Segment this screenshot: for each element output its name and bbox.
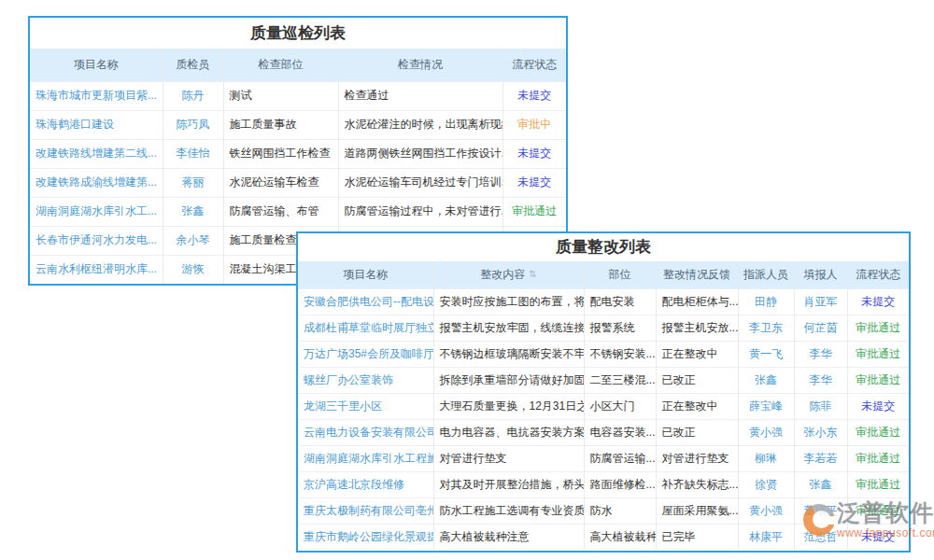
project-name-link: 改建铁路线增建第二线... [30,139,163,168]
inspection-part: 防腐管运输、布管 [223,197,338,226]
watermark-url: www.fanpusoft.com [837,526,934,539]
project-name-link-text[interactable]: 长春市伊通河水力发电... [35,233,157,246]
inspector-name-text[interactable]: 陈丹 [182,89,205,102]
inspection-table-header: 项目名称质检员检查部位检查情况流程状态 [30,49,566,81]
col-project-name: 项目名称 [298,261,433,288]
reporter-name-text[interactable]: 李华 [810,373,832,386]
rectify-content: 对其及时开展整治措施，桥头... [433,471,584,497]
inspector-name-text[interactable]: 游恢 [182,262,205,275]
table-row: 珠海市城市更新项目紫...陈丹测试检查通过未提交 [30,81,566,110]
column-header-label: 部位 [609,268,631,281]
workflow-status-text: 审批通过 [856,452,900,465]
workflow-status: 未提交 [502,81,566,110]
project-name-link-text[interactable]: 龙湖三千里小区 [304,399,382,413]
assignee-name-text[interactable]: 张鑫 [755,373,777,386]
sort-icon[interactable]: ⇅ [529,269,536,279]
assignee-name-text[interactable]: 黄小强 [749,504,783,517]
workflow-status: 审批通过 [847,315,909,341]
rectify-part-text: 二至三楼混... [590,373,656,386]
inspection-detail-text: 水泥砼运输车司机经过专门培训... [345,175,503,189]
workflow-status-text: 审批通过 [856,373,900,386]
project-name-link-text[interactable]: 珠海鹤港口建设 [35,118,114,131]
reporter-name: 李若若 [794,445,847,471]
inspector-name-text[interactable]: 蒋丽 [182,175,205,189]
reporter-name-text[interactable]: 肖亚军 [804,295,838,308]
project-name-link-text[interactable]: 成都杜甫草堂临时展厅独立展... [304,321,433,334]
rectify-part-text: 防水 [590,504,613,517]
inspector-name-text[interactable]: 李佳怡 [177,147,210,160]
assignee-name-text[interactable]: 薛宝峰 [749,399,783,413]
rectify-part-text: 电容器安装... [590,426,656,439]
project-name-link-text[interactable]: 重庆市鹅岭公园绿化景观提升... [304,530,433,543]
rectify-content: 大理石质量更换，12月31日之... [433,393,584,419]
inspection-detail: 道路两侧铁丝网围挡工作按设计... [338,139,502,168]
project-name-link-text[interactable]: 螺丝厂办公室装饰 [304,373,393,386]
reporter-name-text[interactable]: 何芷茵 [804,321,838,334]
assignee-name-text[interactable]: 徐贤 [755,478,777,491]
rectify-content: 高大植被栽种注意 [433,524,584,550]
assignee-name: 张鑫 [738,367,794,393]
rectify-content-text: 电力电容器、电抗器安装方案,... [440,426,585,439]
reporter-name: 肖亚军 [794,288,847,315]
reporter-name-text[interactable]: 陈菲 [810,399,832,413]
assignee-name-text[interactable]: 田静 [755,295,777,308]
inspector-name-text[interactable]: 陈巧凤 [177,118,210,131]
project-name-link-text[interactable]: 重庆太极制药有限公司亳州中... [304,504,433,517]
rectify-feedback-text: 对管进行垫支 [662,452,729,465]
rectify-content-text: 不锈钢边框玻璃隔断安装不牢... [440,347,585,360]
project-name-link-text[interactable]: 湖南洞庭湖水库引水工程施工标 [304,452,433,465]
project-name-link: 云南水利枢纽潜明水库... [30,255,163,284]
rectify-content: 不锈钢边框玻璃隔断安装不牢... [433,341,584,367]
assignee-name-text[interactable]: 李卫东 [749,321,783,334]
rectify-part: 高大植被栽种 [584,524,656,550]
rectify-part-text: 报警系统 [590,321,635,334]
project-name-link: 重庆市鹅岭公园绿化景观提升... [298,524,433,550]
inspection-detail: 水泥砼运输车司机经过专门培训... [338,168,502,197]
project-name-link-text[interactable]: 云南水利枢纽潜明水库... [35,262,157,275]
fanpu-logo-icon [803,504,835,536]
table-row: 龙湖三千里小区大理石质量更换，12月31日之...小区大门正在整改中薛宝峰陈菲未… [298,393,909,419]
assignee-name-text[interactable]: 柳琳 [755,452,777,465]
rectify-content: 防水工程施工选调有专业资质... [433,497,584,524]
workflow-status-text: 未提交 [861,399,895,413]
reporter-name-text[interactable]: 李若若 [804,452,838,465]
inspector-name-text[interactable]: 余小琴 [177,233,210,246]
column-header-label: 整改内容 [480,268,525,281]
workflow-status-text: 未提交 [861,295,895,308]
project-name-link: 京沪高速北京段维修 [298,471,433,497]
reporter-name-text[interactable]: 李华 [810,347,832,360]
inspection-table-title: 质量巡检列表 [30,18,566,49]
table-row: 湖南洞庭湖水库引水工程施工标对管进行垫支防腐管运输...对管进行垫支柳琳李若若审… [298,445,909,471]
project-name-link: 珠海市城市更新项目紫... [30,81,163,110]
column-header-label: 流程状态 [856,268,900,281]
table-row: 安徽合肥供电公司--配电设备...安装时应按施工图的布置，将...配电安装配电柜… [298,288,909,315]
project-name-link-text[interactable]: 云南电力设备安装有限公司20... [304,426,433,439]
col-rectify-content[interactable]: 整改内容⇅ [433,261,584,288]
reporter-name-text[interactable]: 张鑫 [810,478,832,491]
table-row: 京沪高速北京段维修对其及时开展整治措施，桥头...路面维修检...补齐缺失标志.… [298,471,909,497]
workflow-status-text: 审批通过 [512,204,557,217]
reporter-name-text[interactable]: 张小东 [804,426,838,439]
column-header-label: 质检员 [177,58,210,71]
col-inspector: 质检员 [163,49,223,81]
rectify-table-title: 质量整改列表 [298,233,909,261]
rectify-part: 小区大门 [584,393,656,419]
assignee-name-text[interactable]: 黄小强 [749,426,783,439]
project-name-link-text[interactable]: 改建铁路成渝线增建第... [35,175,157,189]
rectify-content: 安装时应按施工图的布置，将... [433,288,584,315]
rectify-feedback-text: 补齐缺失标志... [662,478,739,491]
project-name-link-text[interactable]: 珠海市城市更新项目紫... [35,89,157,102]
assignee-name-text[interactable]: 黄一飞 [749,347,783,360]
assignee-name: 田静 [738,288,794,315]
rectify-content-text: 安装时应按施工图的布置，将... [440,295,585,308]
project-name-link-text[interactable]: 湖南洞庭湖水库引水工... [35,204,157,217]
rectify-content: 拆除到承重墙部分请做好加固... [433,367,584,393]
project-name-link-text[interactable]: 万达广场35#会所及咖啡厅空... [304,347,433,360]
assignee-name-text[interactable]: 林康平 [749,530,783,543]
project-name-link-text[interactable]: 京沪高速北京段维修 [304,478,404,491]
inspector-name-text[interactable]: 张鑫 [182,204,205,217]
rectify-content: 报警主机安放牢固，线缆连接... [433,315,584,341]
project-name-link-text[interactable]: 改建铁路线增建第二线... [35,147,157,160]
project-name-link-text[interactable]: 安徽合肥供电公司--配电设备... [304,295,433,308]
rectify-feedback-text: 正在整改中 [662,347,718,360]
